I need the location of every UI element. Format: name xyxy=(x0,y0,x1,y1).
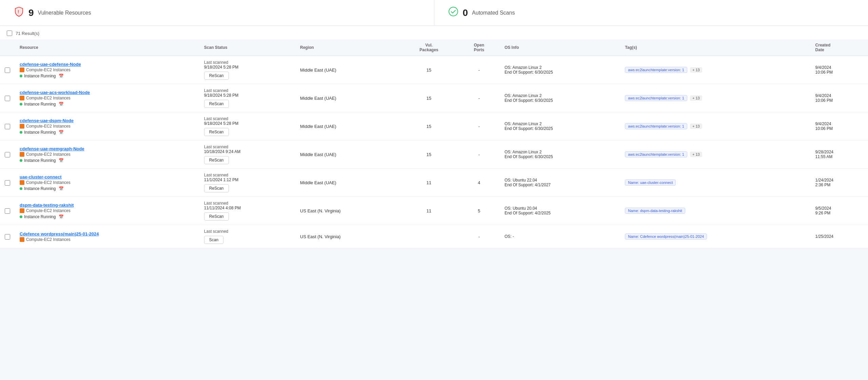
row-checkbox-cell xyxy=(0,56,15,84)
vul-packages-cell: 15 xyxy=(399,84,458,112)
instance-status-label: Instance Running xyxy=(24,214,56,219)
scan-date: 10/18/2024 9:24 AM xyxy=(204,149,291,154)
col-scan-status[interactable]: Scan Status xyxy=(199,39,295,56)
rescan-button[interactable]: ReScan xyxy=(204,212,229,221)
col-created-date[interactable]: CreatedDate xyxy=(811,39,868,56)
calendar-icon[interactable]: 📅 xyxy=(59,186,64,191)
os-info-os: OS: Ubuntu 22.04 xyxy=(505,178,615,183)
row-checkbox[interactable] xyxy=(5,208,10,214)
open-ports-cell: 4 xyxy=(458,169,500,197)
resource-name-link[interactable]: cdefense-uae-dspm-Node xyxy=(20,118,195,123)
tag-container: Name: uae-cluster-connect xyxy=(625,179,806,186)
rescan-button[interactable]: ReScan xyxy=(204,156,229,164)
row-checkbox[interactable] xyxy=(5,180,10,186)
resource-type: Compute-EC2 Instances xyxy=(20,68,195,72)
tag-more[interactable]: + 13 xyxy=(690,124,702,129)
resource-name-link[interactable]: dspm-data-testing-rakshit xyxy=(20,203,195,208)
row-checkbox[interactable] xyxy=(5,152,10,157)
resource-name-link[interactable]: cdefense-uae-acs-workload-Node xyxy=(20,90,195,95)
os-info-os: OS: Amazon Linux 2 xyxy=(505,150,615,154)
col-resource[interactable]: Resource xyxy=(15,39,199,56)
region-value: Middle East (UAE) xyxy=(300,96,336,101)
instance-status-label: Instance Running xyxy=(24,74,56,78)
row-checkbox[interactable] xyxy=(5,234,10,240)
calendar-icon[interactable]: 📅 xyxy=(59,158,64,163)
scans-icon xyxy=(448,6,459,19)
col-vul-packages[interactable]: Vul.Packages xyxy=(399,39,458,56)
tag-more[interactable]: + 13 xyxy=(690,67,702,73)
tag-more[interactable]: + 13 xyxy=(690,95,702,101)
calendar-icon[interactable]: 📅 xyxy=(59,74,64,78)
created-date-value: 9/4/2024 xyxy=(815,93,863,98)
table-row: uae-cluster-connect Compute-EC2 Instance… xyxy=(0,169,868,197)
resource-name-link[interactable]: cdefense-uae-cdefense-Node xyxy=(20,62,195,67)
scan-date: 9/18/2024 5:28 PM xyxy=(204,65,291,70)
select-all-checkbox[interactable] xyxy=(7,31,12,36)
created-date-cell: 9/5/2024 9:26 PM xyxy=(811,197,868,225)
resource-name-link[interactable]: Cdefence wordpress(main)25-01-2024 xyxy=(20,231,195,236)
row-checkbox[interactable] xyxy=(5,96,10,101)
eos-info: End Of Support: 4/2/2025 xyxy=(505,211,615,215)
rescan-button[interactable]: Scan xyxy=(204,236,223,244)
tag-more[interactable]: + 13 xyxy=(690,152,702,157)
scan-date: 9/18/2024 5:28 PM xyxy=(204,121,291,126)
row-checkbox[interactable] xyxy=(5,124,10,129)
rescan-button[interactable]: ReScan xyxy=(204,184,229,192)
created-time-value: 10:06 PM xyxy=(815,98,863,103)
eos-info: End Of Support: 6/30/2025 xyxy=(505,154,615,159)
scan-label: Last scanned xyxy=(204,60,291,65)
calendar-icon[interactable]: 📅 xyxy=(59,130,64,135)
tags-cell: aws:ec2launchtemplate:version: 1 + 13 xyxy=(620,84,810,112)
rescan-button[interactable]: ReScan xyxy=(204,100,229,108)
resource-type-label: Compute-EC2 Instances xyxy=(26,124,71,129)
resource-name-link[interactable]: uae-cluster-connect xyxy=(20,174,195,179)
calendar-icon[interactable]: 📅 xyxy=(59,102,64,107)
vul-packages-cell: 15 xyxy=(399,112,458,140)
row-checkbox-cell xyxy=(0,169,15,197)
created-date-value: 9/4/2024 xyxy=(815,65,863,70)
open-ports-cell: - xyxy=(458,56,500,84)
scan-status-cell: Last scanned Scan xyxy=(199,225,295,248)
created-time-value: 2:36 PM xyxy=(815,183,863,187)
tag-badge-main: Name: dspm-data-testing-rakshit xyxy=(625,208,685,214)
instance-status-label: Instance Running xyxy=(24,102,56,107)
os-info-cell: OS: Amazon Linux 2 End Of Support: 6/30/… xyxy=(500,56,620,84)
table-row: cdefense-uae-memgraph-Node Compute-EC2 I… xyxy=(0,140,868,169)
scan-status-cell: Last scanned 9/18/2024 5:28 PM ReScan xyxy=(199,84,295,112)
col-region[interactable]: Region xyxy=(295,39,399,56)
open-ports-value: - xyxy=(478,96,480,101)
vulnerable-count: 9 xyxy=(28,7,34,18)
resource-name-link[interactable]: cdefense-uae-memgraph-Node xyxy=(20,146,195,151)
created-date-value: 9/28/2024 xyxy=(815,150,863,154)
tag-badge-main: aws:ec2launchtemplate:version: 1 xyxy=(625,95,687,101)
resource-type-label: Compute-EC2 Instances xyxy=(26,180,71,185)
os-info-cell: OS: Amazon Linux 2 End Of Support: 6/30/… xyxy=(500,84,620,112)
ec2-icon xyxy=(20,96,24,100)
instance-status-label: Instance Running xyxy=(24,130,56,135)
vul-packages-value: 11 xyxy=(427,180,431,185)
col-open-ports[interactable]: OpenPorts xyxy=(458,39,500,56)
created-time-value: 9:26 PM xyxy=(815,211,863,215)
table-row: cdefense-uae-cdefense-Node Compute-EC2 I… xyxy=(0,56,868,84)
vul-packages-cell: 15 xyxy=(399,140,458,169)
open-ports-cell: - xyxy=(458,84,500,112)
os-info-os: OS: Amazon Linux 2 xyxy=(505,65,615,70)
row-checkbox[interactable] xyxy=(5,68,10,73)
rescan-button[interactable]: ReScan xyxy=(204,72,229,80)
resource-type-label: Compute-EC2 Instances xyxy=(26,152,71,157)
tags-cell: aws:ec2launchtemplate:version: 1 + 13 xyxy=(620,112,810,140)
calendar-icon[interactable]: 📅 xyxy=(59,214,64,219)
os-info-os: OS: - xyxy=(505,234,615,239)
tag-badge-main: Name: uae-cluster-connect xyxy=(625,179,676,186)
col-os-info[interactable]: OS Info xyxy=(500,39,620,56)
instance-status-label: Instance Running xyxy=(24,186,56,191)
resource-cell: dspm-data-testing-rakshit Compute-EC2 In… xyxy=(15,197,199,225)
os-info-cell: OS: - xyxy=(500,225,620,248)
rescan-button[interactable]: ReScan xyxy=(204,128,229,136)
open-ports-value: - xyxy=(478,124,480,129)
col-tags[interactable]: Tag(s) xyxy=(620,39,810,56)
row-checkbox-cell xyxy=(0,140,15,169)
created-date-cell: 9/28/2024 11:55 AM xyxy=(811,140,868,169)
resource-type-label: Compute-EC2 Instances xyxy=(26,237,71,242)
status-dot xyxy=(20,75,22,77)
